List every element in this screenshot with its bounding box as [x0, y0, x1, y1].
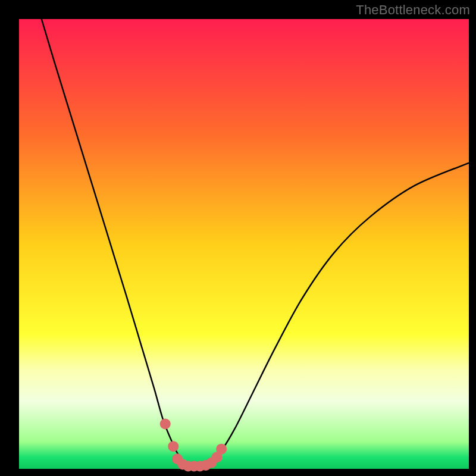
chart-frame: TheBottleneck.com [0, 0, 476, 476]
highlight-dot [168, 441, 178, 452]
watermark-text: TheBottleneck.com [356, 2, 470, 18]
highlight-dot [160, 418, 171, 429]
bottleneck-chart [0, 0, 476, 476]
highlight-dot [216, 444, 227, 455]
gradient-background [19, 19, 469, 469]
